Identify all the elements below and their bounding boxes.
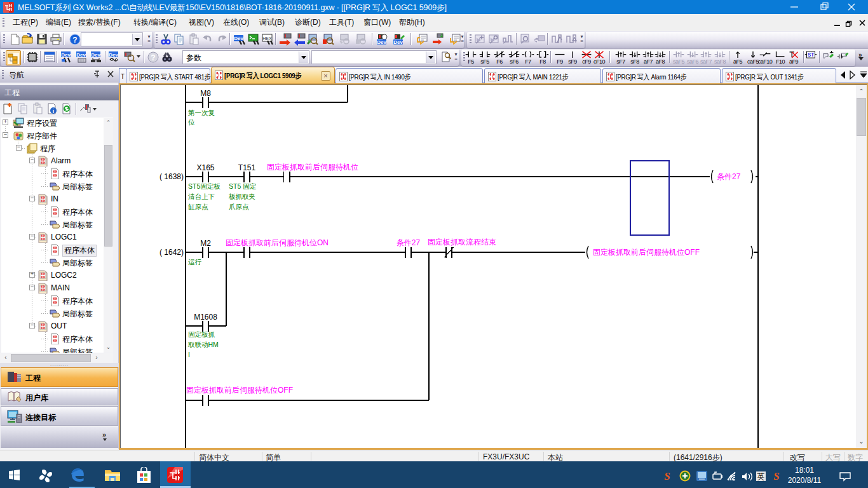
svg-text:?: ? bbox=[151, 53, 155, 62]
svg-text:Dev: Dev bbox=[377, 39, 386, 45]
svg-text:条件27: 条件27 bbox=[397, 238, 421, 247]
svg-text:Dev: Dev bbox=[234, 36, 243, 41]
svg-text:M2: M2 bbox=[200, 239, 211, 248]
svg-text:固定板抓取前后伺服待机位: 固定板抓取前后伺服待机位 bbox=[267, 163, 358, 172]
svg-text:板抓取夹: 板抓取夹 bbox=[228, 193, 255, 200]
svg-text:运行: 运行 bbox=[188, 258, 202, 266]
svg-text:Dev: Dev bbox=[76, 52, 86, 58]
svg-text:( 1642): ( 1642) bbox=[159, 248, 184, 257]
svg-text:固定板抓取前后伺服待机位OFF: 固定板抓取前后伺服待机位OFF bbox=[593, 248, 700, 257]
svg-text:I: I bbox=[188, 351, 190, 358]
svg-text:缸原点: 缸原点 bbox=[188, 203, 208, 210]
svg-text:S: S bbox=[773, 470, 779, 482]
svg-text:ST5固定板: ST5固定板 bbox=[188, 182, 220, 190]
svg-text:固定板抓: 固定板抓 bbox=[188, 330, 215, 338]
svg-text:取联动HM: 取联动HM bbox=[187, 341, 219, 348]
svg-text:固定板抓取前后伺服待机位OFF: 固定板抓取前后伺服待机位OFF bbox=[186, 386, 293, 395]
svg-text:S: S bbox=[664, 470, 670, 482]
svg-text:条件27: 条件27 bbox=[717, 172, 741, 181]
svg-text:位: 位 bbox=[188, 118, 195, 126]
svg-text:T151: T151 bbox=[238, 163, 256, 172]
svg-text:固定板抓取前后伺服待机位ON: 固定板抓取前后伺服待机位ON bbox=[226, 238, 329, 247]
svg-text:固定板抓取流程结束: 固定板抓取流程结束 bbox=[428, 238, 496, 247]
svg-text:Dev: Dev bbox=[91, 52, 100, 58]
svg-text:Dev: Dev bbox=[109, 52, 118, 58]
svg-text:Dev: Dev bbox=[393, 39, 403, 45]
svg-text:英: 英 bbox=[757, 472, 765, 481]
svg-text:HEX: HEX bbox=[262, 36, 272, 41]
svg-text:第一次复: 第一次复 bbox=[188, 109, 215, 116]
svg-text:M1608: M1608 bbox=[194, 313, 217, 322]
svg-text:?: ? bbox=[72, 36, 77, 44]
svg-text:M8: M8 bbox=[200, 89, 211, 98]
svg-text:Dev: Dev bbox=[61, 52, 71, 58]
svg-text:清台上下: 清台上下 bbox=[188, 193, 215, 200]
svg-text:( 1638): ( 1638) bbox=[159, 172, 184, 181]
svg-text:ST: ST bbox=[808, 51, 815, 58]
svg-text:ST5 固定: ST5 固定 bbox=[229, 182, 257, 190]
svg-text:爪原点: 爪原点 bbox=[229, 203, 249, 210]
svg-text:X165: X165 bbox=[196, 163, 214, 172]
